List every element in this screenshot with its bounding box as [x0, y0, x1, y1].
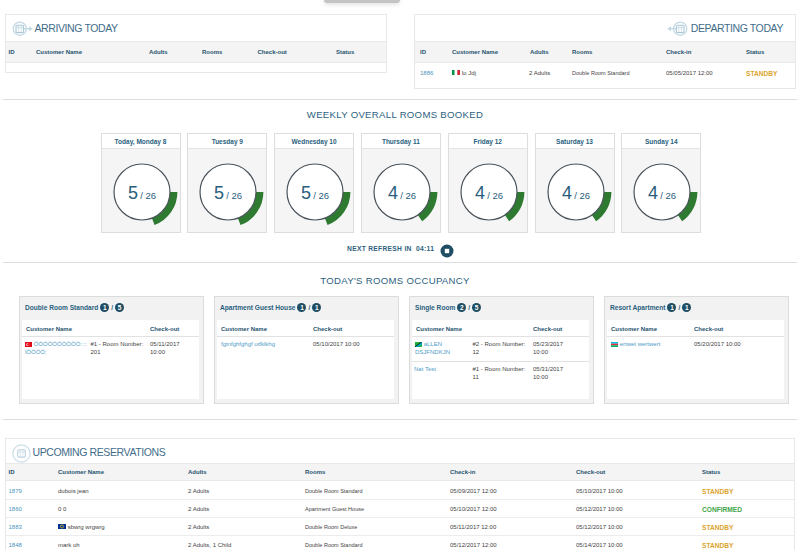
svg-text:5: 5 [301, 183, 311, 203]
svg-text:/ 26: / 26 [140, 190, 156, 201]
svg-text:5: 5 [127, 183, 137, 203]
svg-text:4: 4 [648, 183, 658, 203]
svg-text:4: 4 [561, 183, 571, 203]
svg-text:4: 4 [388, 183, 398, 203]
svg-text:/ 26: / 26 [227, 190, 243, 201]
svg-text:4: 4 [475, 183, 485, 203]
svg-text:/ 26: / 26 [487, 190, 503, 201]
svg-text:/ 26: / 26 [574, 190, 590, 201]
svg-text:5: 5 [214, 183, 224, 203]
svg-text:/ 26: / 26 [313, 190, 329, 201]
svg-text:/ 26: / 26 [400, 190, 416, 201]
svg-text:/ 26: / 26 [661, 190, 677, 201]
